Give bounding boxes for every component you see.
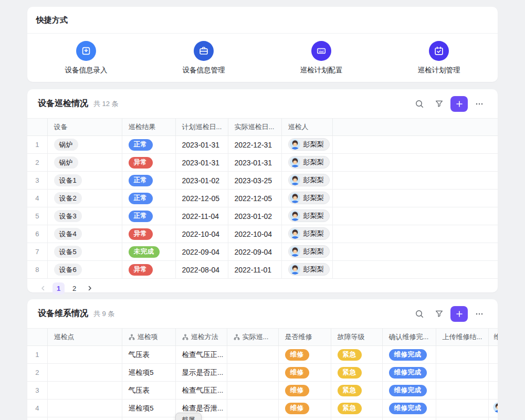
column-header-2[interactable]: 巡检结果 xyxy=(122,119,175,136)
level-cell[interactable]: 紧急 xyxy=(331,346,382,364)
inspector-cell[interactable]: 彭梨梨 xyxy=(281,172,332,190)
repair-cell[interactable]: 维修 xyxy=(278,417,331,420)
result-cell[interactable]: 正常 xyxy=(122,207,175,225)
item-cell[interactable]: 气压表 xyxy=(122,346,175,364)
extra-cell[interactable] xyxy=(488,346,498,364)
repair-cell[interactable]: 维修 xyxy=(278,364,331,382)
repair-cell[interactable]: 维修 xyxy=(278,346,331,364)
planned-date-cell[interactable]: 2022-09-04 xyxy=(175,243,228,261)
planned-date-cell[interactable]: 2022-10-04 xyxy=(175,225,228,243)
planned-date-cell[interactable]: 2023-01-31 xyxy=(175,136,228,154)
inspector-cell[interactable]: 彭梨梨 xyxy=(281,261,332,279)
result-cell[interactable]: 异常 xyxy=(122,261,175,279)
inspector-cell[interactable]: 彭梨梨 xyxy=(281,190,332,207)
inspector-cell[interactable]: 彭梨梨 xyxy=(281,225,332,243)
extra-cell[interactable] xyxy=(488,382,498,400)
point-cell[interactable] xyxy=(47,382,122,400)
device-cell[interactable]: 设备2 xyxy=(47,190,122,207)
item-cell[interactable]: 气压表 xyxy=(122,382,175,400)
device-cell[interactable]: 设备4 xyxy=(47,225,122,243)
column-header-4[interactable]: 实际巡... xyxy=(227,329,278,346)
confirm-cell[interactable]: 维修完成 xyxy=(382,364,436,382)
method-cell[interactable]: 检查气压正... xyxy=(175,382,227,400)
inspector-cell[interactable]: 彭梨梨 xyxy=(281,154,332,172)
inspector-cell[interactable]: 彭梨梨 xyxy=(281,207,332,225)
shortcut-2[interactable]: 设备信息管理 xyxy=(145,41,262,75)
method-cell[interactable]: 显示是否正... xyxy=(175,364,227,382)
search-icon[interactable] xyxy=(412,306,427,322)
result-cell[interactable]: 未完成 xyxy=(122,243,175,261)
actual-date-cell[interactable]: 2022-12-31 xyxy=(228,136,281,154)
result-cell[interactable]: 异常 xyxy=(122,154,175,172)
column-header-9[interactable]: 维 xyxy=(488,329,498,346)
confirm-repair-button[interactable]: 维修完成 xyxy=(389,385,427,396)
planned-date-cell[interactable]: 2023-01-02 xyxy=(175,172,228,190)
device-cell[interactable]: 锅炉 xyxy=(47,154,122,172)
actual-date-cell[interactable]: 2023-01-31 xyxy=(228,154,281,172)
point-cell[interactable] xyxy=(47,364,122,382)
upload-cell[interactable] xyxy=(436,364,488,382)
device-cell[interactable]: 设备3 xyxy=(47,207,122,225)
confirm-cell[interactable]: 维修中 xyxy=(382,417,436,420)
repair-cell[interactable]: 维修 xyxy=(278,382,331,400)
planned-date-cell[interactable]: 2023-01-31 xyxy=(175,154,228,172)
planned-date-cell[interactable]: 2022-08-04 xyxy=(175,261,228,279)
page-button-1[interactable]: 1 xyxy=(52,282,65,295)
column-header-3[interactable]: 计划巡检日... xyxy=(175,119,228,136)
actual-date-cell[interactable]: 2022-11-01 xyxy=(228,261,281,279)
column-header-3[interactable]: 巡检方法 xyxy=(175,329,227,346)
confirm-cell[interactable]: 维修完成 xyxy=(382,382,436,400)
level-cell[interactable]: 紧急 xyxy=(331,382,382,400)
point-cell[interactable] xyxy=(47,346,122,364)
shortcut-4[interactable]: 巡检计划管理 xyxy=(380,41,498,75)
level-cell[interactable]: 紧急 xyxy=(331,400,382,417)
add-record-button[interactable] xyxy=(450,96,468,112)
add-record-button[interactable] xyxy=(450,306,468,322)
prev-page-button[interactable] xyxy=(37,282,49,294)
confirm-cell[interactable]: 维修完成 xyxy=(382,400,436,417)
more-icon[interactable] xyxy=(471,306,487,322)
planned-date-cell[interactable]: 2022-12-05 xyxy=(175,190,228,207)
upload-cell[interactable] xyxy=(436,382,488,400)
point-cell[interactable] xyxy=(47,417,122,420)
method-cell[interactable]: 检查气压正... xyxy=(175,346,227,364)
level-cell[interactable]: 重要 xyxy=(331,417,382,420)
result-cell[interactable]: 异常 xyxy=(122,225,175,243)
shortcut-3[interactable]: 巡检计划配置 xyxy=(262,41,380,75)
result-cell[interactable]: 正常 xyxy=(122,190,175,207)
column-header-4[interactable]: 实际巡检日... xyxy=(228,119,281,136)
extra-cell[interactable] xyxy=(488,400,498,417)
actual-cell[interactable] xyxy=(227,417,278,420)
level-cell[interactable]: 紧急 xyxy=(331,364,382,382)
search-icon[interactable] xyxy=(412,96,427,112)
device-cell[interactable]: 设备5 xyxy=(47,243,122,261)
confirm-cell[interactable]: 维修完成 xyxy=(382,346,436,364)
confirm-repair-button[interactable]: 维修完成 xyxy=(389,367,427,379)
result-cell[interactable]: 正常 xyxy=(122,172,175,190)
column-header-5[interactable]: 是否维修 xyxy=(278,329,331,346)
shortcut-1[interactable]: 设备信息录入 xyxy=(27,41,145,75)
more-icon[interactable] xyxy=(471,96,487,112)
column-header-6[interactable]: 故障等级 xyxy=(331,329,382,346)
extra-cell[interactable] xyxy=(488,417,498,420)
device-cell[interactable]: 设备6 xyxy=(47,261,122,279)
repair-cell[interactable]: 维修 xyxy=(278,400,331,417)
confirm-repair-button[interactable]: 维修完成 xyxy=(389,349,427,361)
actual-date-cell[interactable]: 2023-03-25 xyxy=(228,172,281,190)
extra-cell[interactable] xyxy=(488,364,498,382)
column-header-7[interactable]: 确认维修完... xyxy=(382,329,436,346)
next-page-button[interactable] xyxy=(84,282,96,294)
actual-date-cell[interactable]: 2022-10-04 xyxy=(228,225,281,243)
planned-date-cell[interactable]: 2022-11-04 xyxy=(175,207,228,225)
actual-cell[interactable] xyxy=(227,400,278,417)
actual-cell[interactable] xyxy=(227,346,278,364)
upload-cell[interactable] xyxy=(436,400,488,417)
actual-cell[interactable] xyxy=(227,382,278,400)
upload-cell[interactable] xyxy=(436,417,488,420)
filter-icon[interactable] xyxy=(431,306,447,322)
inspector-cell[interactable]: 彭梨梨 xyxy=(281,243,332,261)
column-header-8[interactable]: 上传维修结... xyxy=(436,329,488,346)
actual-date-cell[interactable]: 2023-01-02 xyxy=(228,207,281,225)
item-cell[interactable]: 巡检项5 xyxy=(122,417,175,420)
item-cell[interactable]: 巡检项5 xyxy=(122,400,175,417)
